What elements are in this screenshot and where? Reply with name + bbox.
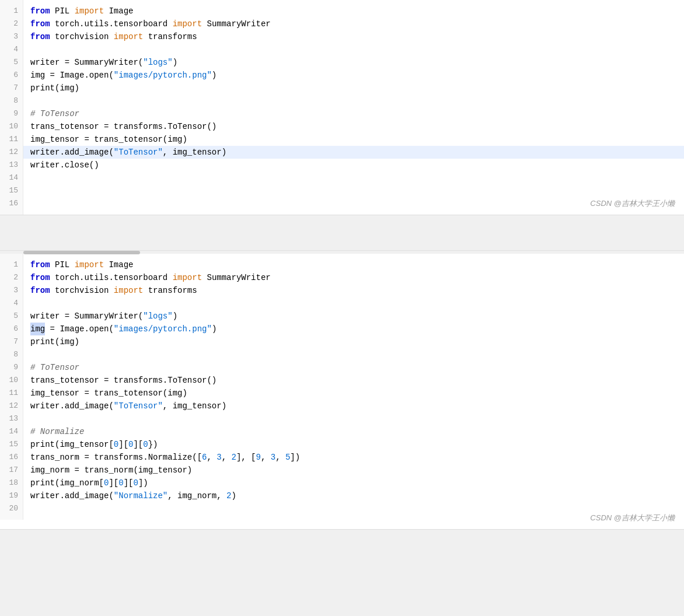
code-line bbox=[23, 172, 684, 184]
token: trans_totensor = transforms.ToTensor() bbox=[30, 374, 217, 387]
token: ]) bbox=[138, 477, 153, 489]
code-line: # ToTensor bbox=[23, 107, 684, 120]
line-number: 12 bbox=[0, 146, 23, 159]
token: 2 bbox=[232, 451, 236, 464]
token: ][ bbox=[124, 477, 134, 489]
line-number: 20 bbox=[0, 502, 23, 515]
code-line: from torch.utils.tensorboard import Summ… bbox=[23, 18, 684, 30]
token: ) bbox=[212, 323, 217, 335]
code-line: print(img) bbox=[23, 335, 684, 348]
token: Image bbox=[104, 5, 133, 18]
code-line: img_norm = trans_norm(img_tensor) bbox=[23, 464, 684, 477]
watermark-1: CSDN @吉林大学王小懒 bbox=[590, 198, 675, 209]
token: , bbox=[222, 451, 232, 464]
code-line: print(img_tensor[0][0][0}) bbox=[23, 438, 684, 451]
token: writer = SummaryWriter( bbox=[30, 310, 143, 323]
line-number: 4 bbox=[0, 43, 23, 56]
line-number: 8 bbox=[0, 94, 23, 107]
code-line: writer.add_image("ToTensor", img_tensor) bbox=[23, 400, 684, 412]
line-number: 10 bbox=[0, 374, 23, 387]
line-number: 5 bbox=[0, 310, 23, 323]
token: writer.add_image( bbox=[30, 489, 114, 502]
token: from bbox=[30, 18, 50, 30]
token: ) bbox=[212, 69, 217, 82]
token: ], [ bbox=[236, 451, 256, 464]
code-line: writer = SummaryWriter("logs") bbox=[23, 56, 684, 69]
token: 0 bbox=[114, 438, 118, 451]
line-number: 14 bbox=[0, 172, 23, 184]
line-number: 11 bbox=[0, 387, 23, 400]
token: ) bbox=[231, 489, 236, 502]
line-number: 4 bbox=[0, 297, 23, 310]
code-line bbox=[23, 348, 684, 361]
token: 3 bbox=[217, 451, 221, 464]
code-line: img = Image.open("images/pytorch.png") bbox=[23, 69, 684, 82]
token: trans_totensor = transforms.ToTensor() bbox=[30, 120, 217, 133]
line-number: 2 bbox=[0, 271, 23, 284]
line-numbers-1: 12345678910111213141516 bbox=[0, 0, 23, 215]
token: }) bbox=[148, 438, 158, 451]
line-number: 18 bbox=[0, 477, 23, 489]
line-number: 5 bbox=[0, 56, 23, 69]
token: writer = SummaryWriter( bbox=[30, 56, 143, 69]
token: torchvision bbox=[50, 30, 114, 43]
token: # ToTensor bbox=[30, 107, 79, 120]
token: , bbox=[261, 451, 271, 464]
line-number: 9 bbox=[0, 107, 23, 120]
token: "images/pytorch.png" bbox=[114, 323, 212, 335]
token: import bbox=[75, 5, 104, 18]
line-numbers-2: 1234567891011121314151617181920 bbox=[0, 254, 23, 520]
token: img_tensor = trans_totensor(img) bbox=[30, 387, 187, 400]
code-line: from torch.utils.tensorboard import Summ… bbox=[23, 271, 684, 284]
code-line: # ToTensor bbox=[23, 361, 684, 374]
token: 0 bbox=[133, 477, 138, 489]
token: , img_tensor) bbox=[163, 146, 226, 159]
token: import bbox=[75, 258, 104, 271]
code-area-2: 1234567891011121314151617181920 from PIL… bbox=[0, 254, 684, 520]
token: # ToTensor bbox=[30, 361, 79, 374]
token: from bbox=[30, 258, 50, 271]
token: 0 bbox=[143, 438, 148, 451]
code-line: from torchvision import transforms bbox=[23, 284, 684, 297]
token: "logs" bbox=[143, 310, 172, 323]
line-number: 3 bbox=[0, 30, 23, 43]
token: 9 bbox=[256, 451, 261, 464]
token: "images/pytorch.png" bbox=[114, 69, 212, 82]
code-line bbox=[23, 197, 684, 210]
token: import bbox=[114, 30, 143, 43]
code-block-2: 1234567891011121314151617181920 from PIL… bbox=[0, 250, 684, 530]
line-number: 10 bbox=[0, 120, 23, 133]
line-number: 16 bbox=[0, 197, 23, 210]
code-line bbox=[23, 412, 684, 425]
code-content-1[interactable]: from PIL import Imagefrom torch.utils.te… bbox=[23, 0, 684, 215]
line-number: 2 bbox=[0, 18, 23, 30]
line-number: 12 bbox=[0, 400, 23, 412]
code-line: writer = SummaryWriter("logs") bbox=[23, 310, 684, 323]
code-line: img_tensor = trans_totensor(img) bbox=[23, 387, 684, 400]
code-line bbox=[23, 297, 684, 310]
token: PIL bbox=[50, 5, 75, 18]
code-line: writer.close() bbox=[23, 159, 684, 172]
line-number: 6 bbox=[0, 323, 23, 335]
token: 0 bbox=[128, 438, 133, 451]
code-content-2[interactable]: from PIL import Imagefrom torch.utils.te… bbox=[23, 254, 684, 520]
code-line: from torchvision import transforms bbox=[23, 30, 684, 43]
code-line: from PIL import Image bbox=[23, 258, 684, 271]
line-number: 15 bbox=[0, 184, 23, 197]
token: print(img) bbox=[30, 82, 79, 94]
token: "logs" bbox=[143, 56, 172, 69]
token: , bbox=[275, 451, 285, 464]
line-number: 1 bbox=[0, 5, 23, 18]
token: torch.utils.tensorboard bbox=[50, 271, 173, 284]
token: print(img_tensor[ bbox=[30, 438, 114, 451]
token: from bbox=[30, 271, 50, 284]
token: 5 bbox=[285, 451, 290, 464]
token: "Normalize" bbox=[114, 489, 167, 502]
code-line bbox=[23, 184, 684, 197]
token: writer.add_image( bbox=[30, 400, 114, 412]
token: ) bbox=[173, 56, 177, 69]
token: "ToTensor" bbox=[114, 146, 163, 159]
code-area-1: 12345678910111213141516 from PIL import … bbox=[0, 0, 684, 215]
token: from bbox=[30, 30, 50, 43]
line-number: 11 bbox=[0, 133, 23, 146]
